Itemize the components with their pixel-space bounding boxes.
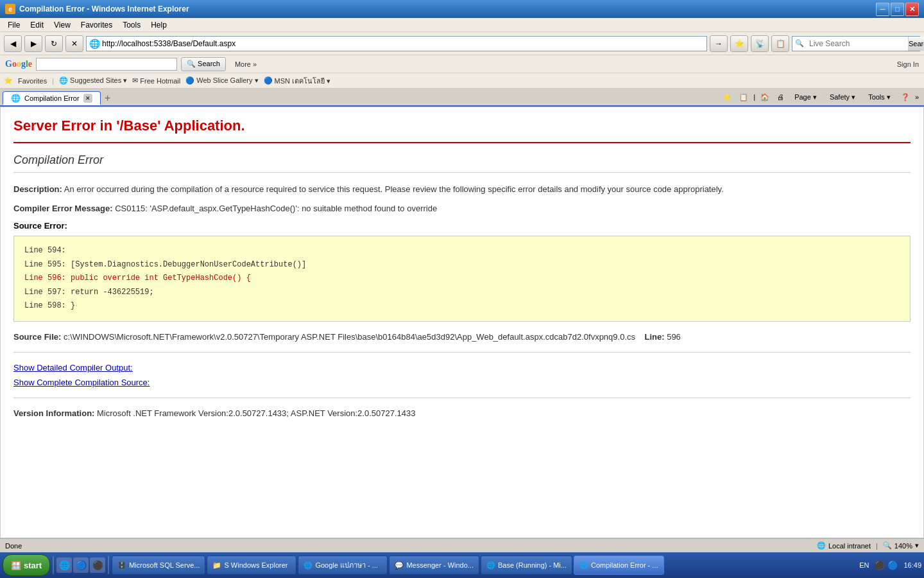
favorites-icon[interactable]: ⭐	[730, 35, 748, 52]
zoom-control[interactable]: 🔍 140% ▾	[883, 541, 919, 550]
go-button[interactable]: →	[710, 35, 728, 52]
show-compiler-output-link[interactable]: Show Detailed Compiler Output:	[13, 363, 911, 372]
search-input[interactable]	[807, 39, 908, 48]
description-text: An error occurred during the compilation…	[64, 184, 724, 194]
compiler-error-text: CS0115: 'ASP.default_aspx.GetTypeHashCod…	[115, 204, 437, 213]
help-icon[interactable]: ❓	[898, 92, 912, 103]
security-zone: 🌐 Local intranet	[817, 541, 871, 550]
safety-menu[interactable]: Safety ▾	[825, 89, 860, 105]
nero-quick-launch[interactable]: ⚫	[90, 557, 105, 573]
ie-icon: e	[5, 4, 15, 14]
server-error-title: Server Error in '/Base' Application.	[13, 118, 911, 143]
menu-help[interactable]: Help	[146, 19, 172, 31]
google-logo: Google	[5, 59, 32, 69]
messenger-icon: 💬	[395, 561, 404, 570]
favorites-bar: ⭐ Favorites | 🌐 Suggested Sites ▾ ✉ Free…	[0, 73, 924, 89]
favorites-link[interactable]: Favorites	[18, 77, 47, 85]
print-icon[interactable]: 🖨	[774, 92, 787, 102]
history-icon[interactable]: 📋	[771, 35, 789, 52]
home-icon[interactable]: 🏠	[758, 92, 772, 103]
page-menu[interactable]: Page ▾	[789, 89, 822, 105]
clock[interactable]: 16:49	[903, 561, 921, 570]
tab-bar: 🌐 Compilation Error ✕ +	[0, 89, 715, 105]
taskbar-item-sql[interactable]: 🗄️ Microsoft SQL Serve...	[112, 556, 205, 575]
start-orb-icon: 🪟	[11, 561, 21, 570]
taskbar-item-compilation[interactable]: 🌐 Compilation Error - ...	[574, 556, 664, 575]
source-error-label: Source Error:	[13, 221, 911, 231]
webslice-link[interactable]: 🔵 Web Slice Gallery ▾	[185, 76, 258, 85]
live-search-icon: 🔍	[792, 39, 807, 48]
tab-label: Compilation Error	[24, 94, 80, 102]
stop-button[interactable]: ✕	[65, 35, 83, 52]
window-title: Compilation Error - Windows Internet Exp…	[19, 4, 876, 13]
show-compilation-source-link[interactable]: Show Complete Compilation Source:	[13, 378, 911, 387]
time-display: 16:49	[903, 561, 921, 570]
start-button[interactable]: 🪟 start	[3, 554, 50, 576]
page-toolbar: ⭐ 📋 | 🏠 🖨 Page ▾ Safety ▾ Tools ▾ ❓ »	[715, 89, 924, 105]
nero-tray-icon: ⚫	[874, 560, 885, 570]
page-icon: 🌐	[89, 39, 99, 49]
scout-tray-icon: 🔵	[887, 560, 898, 570]
google-search-input[interactable]	[36, 58, 177, 71]
menu-file[interactable]: File	[3, 19, 25, 31]
add-favorites-icon[interactable]: ⭐	[720, 92, 734, 103]
tools-menu[interactable]: Tools ▾	[863, 89, 896, 105]
menu-view[interactable]: View	[49, 19, 76, 31]
new-tab-button[interactable]: +	[101, 91, 115, 105]
close-button[interactable]: ✕	[905, 3, 919, 16]
msn-icon: 🔵	[264, 76, 273, 85]
maximize-button[interactable]: □	[891, 3, 904, 16]
taskbar-item-messenger[interactable]: 💬 Messenger - Windo...	[389, 556, 479, 575]
status-bar: Done 🌐 Local intranet | 🔍 140% ▾	[0, 538, 924, 552]
google-signin-link[interactable]: Sign In	[897, 60, 919, 68]
line-number: 596	[667, 332, 681, 342]
suggested-sites-icon: 🌐	[59, 76, 68, 85]
description-label: Description:	[13, 184, 62, 194]
tab-toolbar-row: 🌐 Compilation Error ✕ + ⭐ 📋 | 🏠 🖨 Page ▾…	[0, 89, 924, 107]
address-input-container: 🌐	[86, 36, 707, 51]
version-label: Version Information:	[13, 408, 94, 418]
tab-compilation-error[interactable]: 🌐 Compilation Error ✕	[3, 91, 101, 105]
menu-tools[interactable]: Tools	[117, 19, 146, 31]
hotmail-link[interactable]: ✉ Free Hotmail	[132, 76, 180, 85]
source-file-path: c:\WINDOWS\Microsoft.NET\Framework\v2.0.…	[64, 332, 635, 342]
google-search-button[interactable]: 🔍 Search	[181, 57, 226, 71]
feeds-icon[interactable]: 📡	[751, 35, 769, 52]
version-info: Version Information: Microsoft .NET Fram…	[13, 398, 911, 418]
line-label: Line:	[644, 332, 664, 342]
view-favorites-btn[interactable]: 📋	[737, 92, 751, 103]
quick-launch: 🌐 🔵 ⚫	[56, 557, 105, 573]
source-line-4: Line 597: return -436225519;	[24, 286, 900, 300]
back-button[interactable]: ◀	[4, 35, 22, 52]
protected-mode: |	[876, 542, 878, 550]
compilation-error-heading: Compilation Error	[13, 153, 911, 173]
minimize-button[interactable]: ─	[876, 3, 889, 16]
toolbar-sep: |	[753, 93, 755, 101]
sys-tray-icons: ⚫ 🔵	[874, 560, 898, 570]
source-file-label: Source File:	[13, 332, 61, 342]
chrome-quick-launch[interactable]: 🔵	[73, 557, 89, 573]
zone-icon: 🌐	[817, 541, 826, 550]
menu-favorites[interactable]: Favorites	[76, 19, 117, 31]
taskbar: 🪟 start 🌐 🔵 ⚫ 🗄️ Microsoft SQL Serve... …	[0, 552, 924, 578]
taskbar-item-google[interactable]: 🌐 Google แปภาษา - ...	[298, 556, 388, 575]
menu-edit[interactable]: Edit	[25, 19, 49, 31]
description-line: Description: An error occurred during th…	[13, 183, 911, 196]
refresh-button[interactable]: ↻	[45, 35, 63, 52]
taskbar-item-explorer[interactable]: 📁 S Windows Explorer	[207, 556, 296, 575]
msn-link[interactable]: 🔵 MSN เตคโนโลยี ▾	[264, 75, 331, 87]
forward-button[interactable]: ▶	[24, 35, 42, 52]
toolbar-expand[interactable]: »	[915, 93, 919, 101]
base-icon: 🌐	[486, 561, 495, 570]
google-more-button[interactable]: More »	[230, 57, 262, 71]
google-taskbar-icon: 🌐	[304, 561, 312, 570]
address-input[interactable]	[102, 39, 704, 48]
taskbar-sep-2	[108, 556, 109, 574]
tab-close-button[interactable]: ✕	[83, 94, 92, 103]
suggested-sites-link[interactable]: 🌐 Suggested Sites ▾	[59, 76, 127, 85]
ie-quick-launch[interactable]: 🌐	[56, 557, 72, 573]
menu-bar: File Edit View Favorites Tools Help	[0, 18, 924, 32]
search-button[interactable]: Search	[908, 37, 924, 51]
favorites-label: Favorites	[18, 77, 47, 85]
taskbar-item-base[interactable]: 🌐 Base (Running) - Mi...	[481, 556, 572, 575]
